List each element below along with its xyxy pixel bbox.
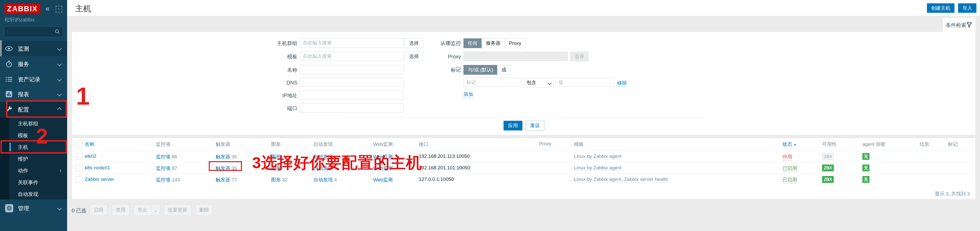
row-checkbox[interactable] [76,165,83,172]
sidebar-search-input[interactable] [6,27,53,36]
status-link[interactable]: 已启用 [783,176,797,183]
host-name-link[interactable]: k8s-node01 [85,165,110,171]
items-link[interactable]: 监控项 [156,177,170,182]
filter-tab-label: 条件检索 [946,22,966,29]
status-link[interactable]: 停用 [783,154,792,160]
chevron-right-icon: › [59,167,62,174]
monitored-by-any[interactable]: 任何 [463,38,482,48]
header-info: 信息 [920,141,929,148]
row-checkbox[interactable] [76,176,83,183]
discovery-link[interactable]: 自动发现 [313,177,333,182]
server-name: 松轩的zabbix [5,16,35,23]
chevron-down-icon [57,77,62,82]
triggers-count: 35 [231,154,237,159]
gear-icon: ⚙ [5,204,13,212]
items-link[interactable]: 监控项 [156,154,170,159]
kiosk-mode-icon[interactable]: ↖ [56,6,62,13]
availability-badge: ZBX [822,176,834,183]
tags-mode-segmented: 与/或 (默认) 或 [463,65,511,75]
template-link[interactable]: Linux by Zabbix agent, Zabbix server hea… [574,176,668,182]
items-link[interactable]: 监控项 [156,165,170,171]
tag-operator-select[interactable]: 包含 [524,78,554,88]
filter-divider [345,117,703,117]
header-status[interactable]: 状态 ▼ [783,141,797,148]
web-link[interactable]: Web监测 [373,177,393,182]
submenu-left-strip [0,118,10,199]
create-host-button[interactable]: 创建主机 [927,3,955,13]
proxy-label: Proxy [384,52,461,61]
sidebar-item-label: 管理 [18,205,29,212]
status-link[interactable]: 已启用 [783,165,797,172]
templates-label: 模板 [221,52,298,61]
items-count: 87 [172,165,177,171]
monitored-by-proxy[interactable]: Proxy [504,38,526,48]
sidebar-item-administration[interactable]: ⚙ 管理 [0,201,67,215]
discovery-count: 4 [334,177,337,182]
port-input[interactable] [300,103,404,112]
tags-mode-andor[interactable]: 与/或 (默认) [463,65,497,75]
tag-value-input[interactable] [555,78,614,87]
chevron-down-icon [57,62,62,66]
chevron-down-icon [548,81,552,85]
delete-button[interactable]: 删除 [195,204,213,216]
enable-button[interactable]: 启用 [89,204,107,216]
header-encryption: agent 加密 [862,141,886,148]
apply-button[interactable]: 应用 [504,121,522,130]
mass-update-button[interactable]: 批量更新 [164,204,191,216]
monitored-by-server[interactable]: 服务器 [482,38,505,48]
tag-remove-link[interactable]: 移除 [617,80,627,87]
export-button[interactable]: 导出 [134,204,151,216]
sidebar-item-actions[interactable]: 动作 › [10,165,67,176]
template-link[interactable]: Linux by Zabbix agent [574,165,621,171]
interface-value: 192.168.201.101:10050 [419,165,470,171]
host-groups-label: 主机群组 [221,38,298,48]
sidebar-collapse-icon[interactable]: « [45,4,50,13]
header-name[interactable]: 名称 [85,141,94,148]
row-checkbox[interactable] [76,153,83,160]
selected-count: 0 已选 [72,207,86,214]
eye-icon [5,45,13,53]
monitored-by-segmented: 任何 服务器 Proxy [463,38,526,48]
sidebar-item-reports[interactable]: 报表 [0,87,67,102]
filter-tab[interactable]: 条件检索 [943,18,975,32]
reset-button[interactable]: 重设 [525,121,544,130]
header-graphs: 图形 [271,141,281,148]
table-row: k8s-node01 监控项 87 触发器 35 图形 自动发现 Web监测 1… [72,162,975,174]
ip-input[interactable] [300,91,404,100]
host-name-link[interactable]: Zabbix server [85,176,114,182]
sidebar-item-event-correlation[interactable]: 关联事件 [10,176,67,188]
sidebar-item-services[interactable]: 服务 [0,56,67,72]
tag-add-link[interactable]: 添加 [463,91,473,98]
submenu-label: 主机群组 [18,118,38,130]
import-button[interactable]: 导入 [958,3,977,13]
sidebar-item-label: 报表 [18,91,29,98]
dns-input[interactable] [300,78,404,87]
submenu-label: 自动发现 [18,188,38,200]
select-all-checkbox[interactable] [76,141,83,148]
sidebar-item-discovery[interactable]: 自动发现 [10,188,67,200]
sidebar-item-label: 资产记录 [18,76,40,83]
template-link[interactable]: Linux by Zabbix agent [574,154,621,159]
triggers-link[interactable]: 触发器 [216,177,230,182]
tags-mode-or[interactable]: 或 [497,65,511,75]
triggers-link[interactable]: 触发器 [216,154,230,159]
sidebar-item-maintenance[interactable]: 维护 [10,153,67,165]
table-summary: 显示 3, 共找到 3 [72,191,970,197]
encryption-badge: 无 [862,153,870,160]
proxy-input [463,52,568,61]
sort-desc-icon: ▼ [794,143,797,147]
items-count: 86 [172,154,177,159]
name-label: 名称 [221,65,298,75]
sidebar-search [4,26,63,37]
sidebar-item-inventory[interactable]: 资产记录 [0,72,67,87]
disable-button[interactable]: 禁用 [112,204,130,216]
annotation-step-1: 1 [76,84,89,109]
submenu-label: 关联事件 [18,176,38,188]
zabbix-logo[interactable]: ZABBIX [5,3,40,14]
bar-chart-icon [5,90,13,98]
export-dropdown-button[interactable]: ⌄ [151,204,160,216]
graphs-link[interactable]: 图形 [271,177,281,182]
host-name-link[interactable]: elk02 [85,154,96,159]
sidebar-item-monitoring[interactable]: 监测 [0,41,67,56]
tag-name-input[interactable] [463,78,521,87]
